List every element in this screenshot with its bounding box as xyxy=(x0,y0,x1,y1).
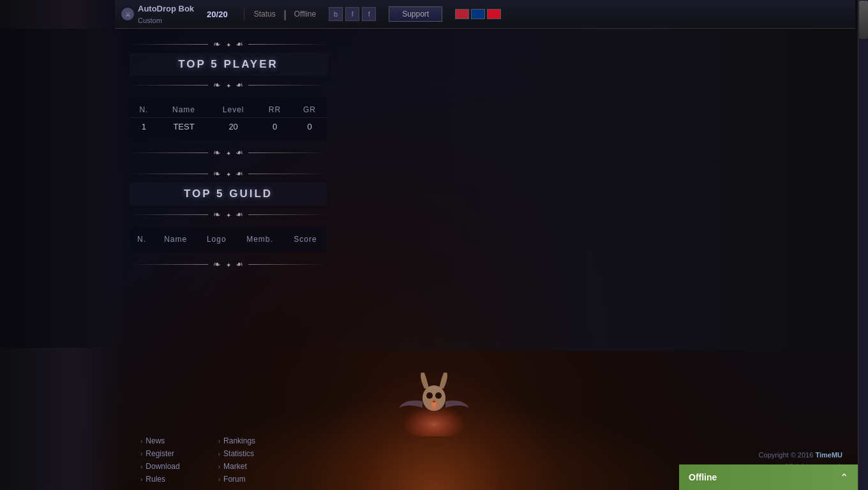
guild-table-head: N. Name Logo Memb. Score xyxy=(130,232,327,247)
guild-orn-center: ❧ ✦ ❧ xyxy=(208,168,249,179)
horn-left xyxy=(421,373,429,389)
guild-orn-right xyxy=(248,174,327,174)
user-level: 20/20 xyxy=(207,10,228,19)
orn-center-deco: ❧ ✦ ❧ xyxy=(208,39,249,49)
top5guild-section: ❧ ✦ ❧ TOP 5 GUILD ❧ ✦ ❧ xyxy=(118,165,338,273)
user-avatar-icon: ⚔ xyxy=(121,8,134,20)
offline-chat-button[interactable]: Offline ⌃ xyxy=(679,464,858,490)
guild-orn-center-2: ❧ ✦ ❧ xyxy=(208,209,249,219)
right-wing-deco: ❧ xyxy=(236,39,243,49)
footer-rankings-label: Rankings xyxy=(223,436,255,445)
guild-table-bottom-ornament: ❧ ✦ ❧ xyxy=(130,255,327,273)
scrollbar-thumb[interactable] xyxy=(859,1,868,39)
col-n: N. xyxy=(130,102,159,118)
footer-link-statistics[interactable]: › Statistics xyxy=(218,449,255,458)
social-icon-1[interactable]: b xyxy=(329,7,343,21)
level-max: 20 xyxy=(218,10,227,19)
scrollbar[interactable] xyxy=(858,0,868,490)
footer-link-rules[interactable]: › Rules xyxy=(140,475,180,484)
center-dot-3: ✦ xyxy=(226,150,231,157)
status-label: Status xyxy=(254,10,276,19)
brand-link[interactable]: TimeMU xyxy=(815,451,842,459)
col-rr: RR xyxy=(258,102,292,118)
main-panel: ❧ ✦ ❧ TOP 5 PLAYER ❧ ✦ ❧ xyxy=(118,29,338,439)
left-wing-deco-2: ❧ xyxy=(213,80,221,90)
support-button[interactable]: Support xyxy=(389,6,442,22)
skull-nose xyxy=(432,401,436,403)
guild-left-wing-3: ❧ xyxy=(213,259,221,269)
username-text: AutoDrop Bok xyxy=(138,4,194,13)
wing-left xyxy=(399,401,423,408)
glow-ellipse xyxy=(402,401,466,436)
footer-link-market[interactable]: › Market xyxy=(218,462,255,471)
skull-shape xyxy=(399,373,469,411)
flag-other2[interactable] xyxy=(487,9,501,19)
guild-table-container: N. Name Logo Memb. Score xyxy=(130,226,327,252)
social-icon-2[interactable]: f xyxy=(345,7,359,21)
guild-right-wing-3: ❧ xyxy=(236,259,243,269)
cell-level: 20 xyxy=(209,118,258,136)
offline-label-text: Offline xyxy=(689,472,717,482)
guild-orn-center-3: ❧ ✦ ❧ xyxy=(208,259,249,269)
arrow-icon-2: › xyxy=(140,450,142,457)
player-table: N. Name Level RR GR 1 TEST 20 0 0 xyxy=(130,102,327,135)
guild-right-wing-2: ❧ xyxy=(236,209,243,219)
player-table-container: N. Name Level RR GR 1 TEST 20 0 0 xyxy=(130,97,327,140)
social-icon-3[interactable]: f xyxy=(362,7,376,21)
footer-link-rankings[interactable]: › Rankings xyxy=(218,436,255,445)
flag-us[interactable] xyxy=(455,9,469,19)
guild-table: N. Name Logo Memb. Score xyxy=(130,232,327,247)
status-divider: ❙ xyxy=(281,8,289,20)
footer-link-download[interactable]: › Download xyxy=(140,462,180,471)
footer-link-news[interactable]: › News xyxy=(140,436,180,445)
arrow-icon-8: › xyxy=(218,476,220,483)
footer-register-label: Register xyxy=(146,449,174,458)
status-section: Status ❙ Offline xyxy=(244,8,317,20)
guild-title-block: TOP 5 GUILD xyxy=(130,182,327,205)
footer-market-label: Market xyxy=(223,462,247,471)
footer-col-2: › Rankings › Statistics › Market › Forum xyxy=(218,436,255,484)
footer-col-1: › News › Register › Download › Rules xyxy=(140,436,180,484)
footer-forum-label: Forum xyxy=(223,475,246,484)
copyright-line: Copyright © 2016 TimeMU xyxy=(759,450,842,461)
footer-link-register[interactable]: › Register xyxy=(140,449,180,458)
guild-orn-right-2 xyxy=(248,214,327,215)
stone-right-panel xyxy=(283,0,858,351)
social-icons-group: b f f xyxy=(329,7,376,21)
arrow-icon-7: › xyxy=(218,463,220,470)
guild-header-row: N. Name Logo Memb. Score xyxy=(130,232,327,247)
guild-col-n: N. xyxy=(130,232,154,247)
player-table-head: N. Name Level RR GR xyxy=(130,102,327,118)
guild-bottom-ornament: ❧ ✦ ❧ xyxy=(130,205,327,223)
footer-rules-label: Rules xyxy=(146,475,165,484)
center-dot-deco: ✦ xyxy=(226,41,231,48)
orn-center-deco-2: ❧ ✦ ❧ xyxy=(208,80,249,90)
orn-right-line-2 xyxy=(248,85,327,85)
guild-top-ornament: ❧ ✦ ❧ xyxy=(130,165,327,182)
player-title-block: TOP 5 PLAYER xyxy=(130,53,327,76)
guild-col-logo: Logo xyxy=(197,232,236,247)
orn-left-line xyxy=(130,44,208,45)
creature-decoration xyxy=(396,373,472,439)
offline-chevron-icon: ⌃ xyxy=(840,471,848,484)
left-wing-deco: ❧ xyxy=(213,39,221,49)
orn-center-deco-3: ❧ ✦ ❧ xyxy=(208,147,249,158)
horn-right xyxy=(439,373,447,389)
eye-right xyxy=(435,392,442,399)
player-table-body: 1 TEST 20 0 0 xyxy=(130,118,327,136)
flag-icons-group xyxy=(455,9,501,19)
footer-links: › News › Register › Download › Rules › R… xyxy=(140,436,740,484)
orn-left-line-2 xyxy=(130,85,208,85)
user-class-text: Custom xyxy=(138,17,162,24)
username-display: AutoDrop Bok Custom xyxy=(138,3,194,26)
chest-glow xyxy=(429,398,439,411)
guild-center-dot-2: ✦ xyxy=(226,212,231,219)
level-value: 20/ xyxy=(207,10,218,19)
wing-right xyxy=(445,401,469,408)
left-nav-panel xyxy=(0,29,121,348)
guild-left-wing-2: ❧ xyxy=(213,209,221,219)
footer-link-forum[interactable]: › Forum xyxy=(218,475,255,484)
status-value: Offline xyxy=(294,10,316,19)
flag-other1[interactable] xyxy=(471,9,485,19)
arrow-icon-5: › xyxy=(218,438,220,445)
